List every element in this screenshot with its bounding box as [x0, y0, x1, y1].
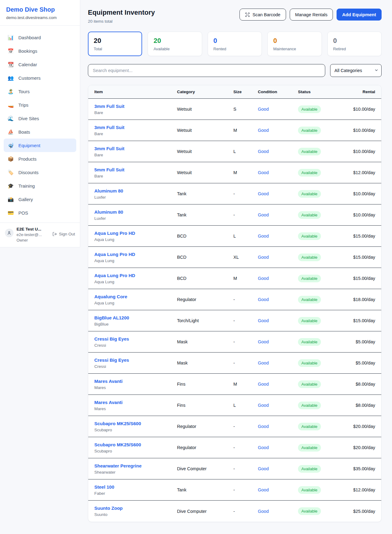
sidebar-item-tours[interactable]: 🏝️ Tours: [4, 85, 76, 98]
size-cell: -: [233, 424, 258, 429]
sidebar-item-trips[interactable]: 🚤 Trips: [4, 98, 76, 112]
add-equipment-button[interactable]: Add Equipment: [337, 9, 382, 21]
condition-link[interactable]: Good: [258, 170, 269, 175]
scan-barcode-button[interactable]: Scan Barcode: [239, 9, 286, 21]
item-name-link[interactable]: Aqua Lung Pro HD: [94, 252, 177, 257]
item-cell: BigBlue AL1200 BigBlue: [94, 315, 177, 326]
item-name-link[interactable]: 3mm Full Suit: [94, 146, 177, 151]
condition-link[interactable]: Good: [258, 276, 269, 281]
condition-link[interactable]: Good: [258, 403, 269, 408]
page-title: Equipment Inventory: [88, 9, 155, 17]
status-badge: Available: [298, 275, 321, 282]
item-brand: Bare: [94, 174, 177, 178]
condition-link[interactable]: Good: [258, 318, 269, 323]
category-cell: Wetsuit: [177, 149, 233, 154]
rental-rate: $15.00/day: [338, 234, 375, 238]
size-cell: M: [233, 276, 258, 281]
condition-link[interactable]: Good: [258, 107, 269, 112]
condition-link[interactable]: Good: [258, 424, 269, 429]
sidebar-item-training[interactable]: 🎓 Training: [4, 179, 76, 193]
size-cell: -: [233, 212, 258, 217]
item-name-link[interactable]: Aqua Lung Pro HD: [94, 231, 177, 236]
item-name-link[interactable]: Scubapro MK25/S600: [94, 421, 177, 426]
item-name-link[interactable]: Suunto Zoop: [94, 505, 177, 511]
condition-link[interactable]: Good: [258, 360, 269, 365]
condition-link[interactable]: Good: [258, 149, 269, 154]
stat-card-maintenance[interactable]: 0 Maintenance: [267, 32, 322, 56]
manage-rentals-button[interactable]: Manage Rentals: [290, 9, 333, 21]
condition-link[interactable]: Good: [258, 234, 269, 238]
condition-cell: Good: [258, 487, 298, 493]
table-header-row: Item Category Size Condition Status Rent…: [88, 85, 381, 99]
status-badge: Available: [298, 211, 321, 219]
table-row: Aluminum 80 Luxfer Tank - Good Available…: [88, 204, 381, 226]
item-name-link[interactable]: Aluminum 80: [94, 209, 177, 215]
sidebar-item-discounts[interactable]: 🏷️ Discounts: [4, 166, 76, 179]
sidebar: Demo Dive Shop demo.test.divestreams.com…: [0, 0, 80, 247]
item-name-link[interactable]: Mares Avanti: [94, 379, 177, 384]
stat-value: 20: [153, 36, 196, 45]
tag-icon: 🏷️: [7, 170, 14, 175]
condition-link[interactable]: Good: [258, 212, 269, 217]
item-name-link[interactable]: 5mm Full Suit: [94, 167, 177, 172]
stat-card-total[interactable]: 20 Total: [88, 32, 142, 56]
stat-card-rented[interactable]: 0 Rented: [208, 32, 262, 56]
item-brand: Aqua Lung: [94, 258, 177, 263]
item-name-link[interactable]: BigBlue AL1200: [94, 315, 177, 320]
sidebar-item-calendar[interactable]: 📆 Calendar: [4, 58, 76, 71]
category-cell: Regulator: [177, 297, 233, 302]
status-badge: Available: [298, 507, 321, 515]
sidebar-item-products[interactable]: 📦 Products: [4, 152, 76, 166]
stat-card-available[interactable]: 20 Available: [148, 32, 202, 56]
condition-link[interactable]: Good: [258, 487, 269, 492]
item-name-link[interactable]: Cressi Big Eyes: [94, 336, 177, 341]
stat-label: Maintenance: [273, 47, 316, 51]
item-name-link[interactable]: 3mm Full Suit: [94, 104, 177, 109]
item-name-link[interactable]: 3mm Full Suit: [94, 125, 177, 130]
condition-link[interactable]: Good: [258, 382, 269, 387]
condition-cell: Good: [258, 254, 298, 260]
condition-link[interactable]: Good: [258, 191, 269, 196]
add-equipment-label: Add Equipment: [342, 12, 376, 17]
condition-link[interactable]: Good: [258, 466, 269, 471]
condition-link[interactable]: Good: [258, 128, 269, 133]
item-name-link[interactable]: Shearwater Peregrine: [94, 463, 177, 468]
item-name-link[interactable]: Mares Avanti: [94, 400, 177, 405]
sidebar-item-boats[interactable]: ⛵ Boats: [4, 125, 76, 139]
sign-out-button[interactable]: Sign Out: [52, 232, 75, 236]
search-input[interactable]: [88, 64, 325, 77]
condition-link[interactable]: Good: [258, 339, 269, 344]
status-badge: Available: [298, 338, 321, 346]
item-name-link[interactable]: Cressi Big Eyes: [94, 357, 177, 363]
sidebar-item-equipment[interactable]: 🤿 Equipment: [4, 139, 76, 152]
condition-cell: Good: [258, 424, 298, 429]
sidebar-item-customers[interactable]: 👥 Customers: [4, 71, 76, 85]
item-cell: Shearwater Peregrine Shearwater: [94, 463, 177, 475]
condition-link[interactable]: Good: [258, 255, 269, 260]
status-cell: Available: [298, 148, 338, 155]
condition-link[interactable]: Good: [258, 297, 269, 302]
item-name-link[interactable]: Scubapro MK25/S600: [94, 442, 177, 447]
item-brand: Cressi: [94, 343, 177, 348]
item-brand: Cressi: [94, 364, 177, 369]
bar-chart-icon: 📊: [7, 35, 14, 40]
item-name-link[interactable]: Steel 100: [94, 484, 177, 490]
item-name-link[interactable]: Aqua Lung Pro HD: [94, 273, 177, 278]
sidebar-item-pos[interactable]: 💳 POS: [4, 206, 76, 219]
sidebar-item-dive-sites[interactable]: 🌊 Dive Sites: [4, 112, 76, 125]
condition-cell: Good: [258, 297, 298, 302]
stat-card-retired[interactable]: 0 Retired: [327, 32, 382, 56]
condition-link[interactable]: Good: [258, 509, 269, 514]
category-select[interactable]: All Categories: [330, 64, 382, 77]
condition-link[interactable]: Good: [258, 445, 269, 450]
rental-rate: $18.00/day: [338, 297, 375, 302]
item-name-link[interactable]: Aqualung Core: [94, 294, 177, 299]
item-cell: 3mm Full Suit Bare: [94, 146, 177, 157]
sidebar-item-dashboard[interactable]: 📊 Dashboard: [4, 31, 76, 44]
item-cell: 5mm Full Suit Bare: [94, 167, 177, 178]
item-name-link[interactable]: Aluminum 80: [94, 188, 177, 193]
condition-cell: Good: [258, 339, 298, 345]
sidebar-item-bookings[interactable]: 📅 Bookings: [4, 44, 76, 58]
sidebar-item-gallery[interactable]: 📸 Gallery: [4, 193, 76, 206]
status-badge: Available: [298, 486, 321, 494]
